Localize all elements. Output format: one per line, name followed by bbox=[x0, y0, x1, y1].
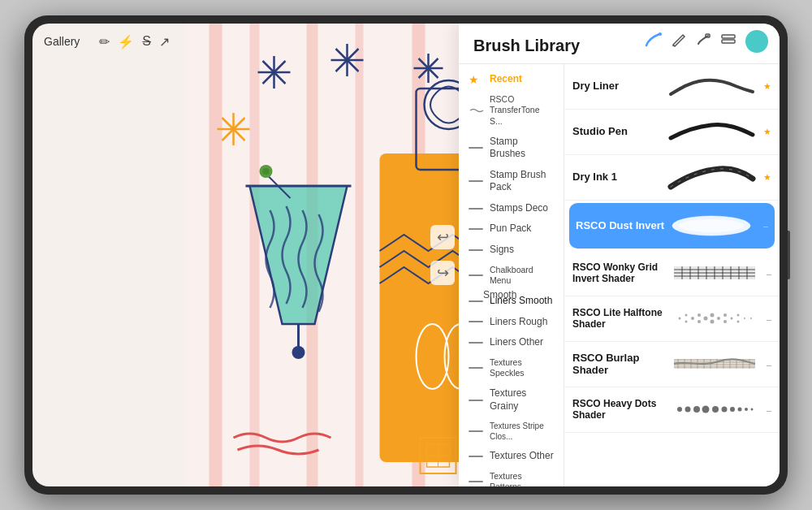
stamps-deco-icon bbox=[469, 203, 485, 214]
category-item-stamp[interactable]: Stamp Brushes bbox=[459, 132, 564, 165]
gallery-button[interactable]: Gallery bbox=[44, 35, 80, 48]
category-item-rsco[interactable]: RSCO TransferTone S... bbox=[459, 90, 564, 132]
pencil-tool-icon[interactable] bbox=[671, 32, 687, 51]
svg-point-88 bbox=[750, 318, 752, 319]
brush-name-rsco-dust: RSCO Dust Invert bbox=[576, 219, 667, 231]
svg-point-87 bbox=[744, 318, 745, 319]
svg-point-113 bbox=[737, 407, 741, 411]
side-button bbox=[788, 231, 790, 279]
category-label-tex-speckles: Textures Speckles bbox=[490, 357, 554, 379]
svg-point-115 bbox=[750, 408, 753, 410]
category-item-stamps-deco[interactable]: Stamps Deco bbox=[459, 198, 564, 219]
tex-stripe-icon bbox=[469, 426, 485, 437]
brush-preview-rsco-heavy bbox=[670, 395, 763, 426]
selection-icon[interactable]: ⚡ bbox=[118, 34, 134, 50]
brush-name-rsco-heavy: RSCO Heavy Dots Shader bbox=[572, 398, 670, 421]
tex-grainy-icon bbox=[469, 395, 485, 406]
svg-point-72 bbox=[678, 317, 680, 319]
svg-point-33 bbox=[292, 346, 305, 359]
svg-point-86 bbox=[736, 320, 739, 322]
brush-info-rsco-heavy: RSCO Heavy Dots Shader bbox=[572, 398, 670, 422]
brush-tool-icon[interactable] bbox=[645, 32, 663, 51]
brush-name-dry-liner: Dry Liner bbox=[572, 80, 667, 92]
layers-icon[interactable] bbox=[719, 32, 737, 51]
svg-point-114 bbox=[745, 408, 748, 411]
category-label-liners-smooth: Liners Smooth bbox=[490, 295, 552, 308]
move-icon[interactable]: ↗ bbox=[159, 34, 170, 50]
svg-rect-1 bbox=[209, 24, 222, 486]
brush-info-rsco-burlap: RSCO Burlap Shader bbox=[572, 352, 670, 378]
svg-point-79 bbox=[710, 313, 714, 317]
brush-item-rsco-wonky[interactable]: RSCO Wonky Grid Invert Shader bbox=[564, 251, 780, 296]
brush-list: Dry Liner ★ Studio Pen bbox=[564, 64, 780, 486]
brush-name-dry-ink: Dry Ink 1 bbox=[572, 171, 667, 183]
rsco-dust-star: – bbox=[763, 221, 768, 231]
brush-info-rsco-dust: RSCO Dust Invert bbox=[576, 219, 667, 233]
avatar[interactable] bbox=[745, 30, 768, 53]
category-item-pun-pack[interactable]: Pun Pack bbox=[459, 218, 564, 240]
dry-ink-star: ★ bbox=[763, 172, 771, 183]
category-label-rsco: RSCO TransferTone S... bbox=[490, 94, 554, 128]
category-item-stamp-pack[interactable]: Stamp Brush Pack bbox=[459, 165, 564, 198]
svg-point-77 bbox=[698, 320, 701, 323]
brush-name-rsco-wonky: RSCO Wonky Grid Invert Shader bbox=[572, 261, 670, 284]
brush-item-studio-pen[interactable]: Studio Pen ★ bbox=[564, 110, 780, 155]
category-item-tex-patterns[interactable]: Textures Patterns bbox=[459, 467, 564, 486]
brush-info-studio-pen: Studio Pen bbox=[572, 125, 667, 139]
category-item-recent[interactable]: ★ Recent bbox=[459, 69, 564, 90]
category-item-chalkboard[interactable]: Chalkboard Menu bbox=[459, 261, 564, 291]
toolbar-icons: ✏ ⚡ S ↗ bbox=[99, 34, 170, 50]
signs-icon bbox=[469, 244, 485, 256]
svg-point-78 bbox=[703, 316, 707, 320]
redo-icon[interactable]: ↪ bbox=[430, 261, 455, 285]
category-label-stamp: Stamp Brushes bbox=[490, 136, 554, 161]
svg-point-75 bbox=[691, 317, 694, 320]
tex-other-icon bbox=[469, 451, 485, 462]
category-item-tex-stripe[interactable]: Textures Stripe Clos... bbox=[459, 417, 564, 446]
modify-icon[interactable]: ✏ bbox=[99, 34, 110, 50]
transform-icon[interactable]: S bbox=[142, 34, 151, 49]
top-bar-right bbox=[645, 30, 768, 53]
svg-point-81 bbox=[717, 317, 720, 320]
rsco-icon bbox=[469, 105, 485, 116]
rsco-wonky-star: – bbox=[767, 269, 771, 279]
category-item-liners-smooth[interactable]: Liners Smooth bbox=[459, 291, 564, 312]
tex-speckles-icon bbox=[469, 362, 485, 374]
smudge-tool-icon[interactable] bbox=[695, 32, 711, 51]
top-bar-left: Gallery ✏ ⚡ S ↗ bbox=[44, 34, 170, 50]
svg-rect-55 bbox=[722, 40, 735, 43]
brush-preview-rsco-lite bbox=[670, 304, 763, 335]
brush-item-dry-ink[interactable]: Dry Ink 1 ★ bbox=[564, 155, 780, 201]
brush-info-dry-liner: Dry Liner bbox=[572, 80, 667, 93]
brush-preview-dry-ink bbox=[667, 162, 760, 193]
category-item-liners-rough[interactable]: Liners Rough bbox=[459, 312, 564, 333]
category-item-tex-other[interactable]: Textures Other bbox=[459, 446, 564, 467]
category-item-tex-grainy[interactable]: Textures Grainy bbox=[459, 383, 564, 417]
brush-item-dry-liner[interactable]: Dry Liner ★ bbox=[564, 64, 780, 110]
svg-point-84 bbox=[730, 317, 732, 319]
category-item-liners-other[interactable]: Liners Other bbox=[459, 332, 564, 353]
brush-item-rsco-lite[interactable]: RSCO Lite Halftone Shader bbox=[564, 296, 780, 342]
undo-icon[interactable]: ↩ bbox=[430, 225, 455, 249]
brush-item-rsco-heavy[interactable]: RSCO Heavy Dots Shader bbox=[564, 387, 780, 433]
brush-preview-rsco-wonky bbox=[670, 258, 763, 289]
side-toolbar: ↩ ↪ bbox=[430, 225, 455, 285]
svg-rect-54 bbox=[722, 35, 735, 38]
brush-preview-rsco-burlap bbox=[670, 349, 763, 380]
svg-point-57 bbox=[679, 219, 744, 232]
svg-point-80 bbox=[710, 319, 714, 323]
category-item-tex-speckles[interactable]: Textures Speckles bbox=[459, 353, 564, 383]
category-label-tex-grainy: Textures Grainy bbox=[490, 387, 554, 413]
svg-point-108 bbox=[693, 406, 700, 413]
brush-preview-dry-liner bbox=[667, 71, 760, 102]
liners-smooth-icon bbox=[469, 296, 485, 307]
svg-point-83 bbox=[723, 320, 727, 323]
category-item-signs[interactable]: Signs bbox=[459, 240, 564, 261]
svg-point-82 bbox=[723, 313, 727, 317]
brush-item-rsco-dust[interactable]: RSCO Dust Invert – bbox=[569, 203, 775, 249]
brush-name-rsco-lite: RSCO Lite Halftone Shader bbox=[572, 307, 670, 330]
brush-item-rsco-burlap[interactable]: RSCO Burlap Shader bbox=[564, 342, 780, 387]
ipad-screen: Gallery ✏ ⚡ S ↗ bbox=[32, 24, 780, 486]
category-label-recent: Recent bbox=[490, 73, 522, 86]
svg-point-106 bbox=[677, 407, 682, 412]
